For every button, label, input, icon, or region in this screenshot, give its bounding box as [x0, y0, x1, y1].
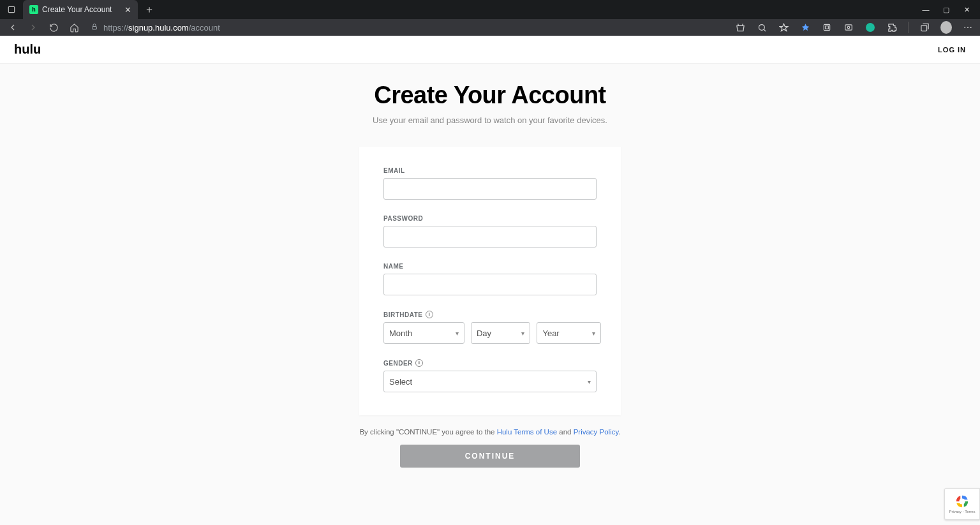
login-link[interactable]: LOG IN	[938, 46, 966, 54]
svg-rect-7	[921, 25, 926, 31]
site-header: hulu LOG IN	[0, 36, 980, 64]
page: hulu LOG IN Create Your Account Use your…	[0, 36, 980, 525]
legal-text: By clicking "CONTINUE" you agree to the …	[359, 428, 620, 436]
month-placeholder: Month	[389, 329, 412, 338]
tab-strip: h Create Your Account ✕ ＋ — ▢ ✕	[0, 0, 980, 19]
maximize-icon[interactable]: ▢	[942, 6, 951, 14]
close-window-icon[interactable]: ✕	[962, 6, 971, 14]
hulu-favicon: h	[29, 5, 38, 14]
chevron-down-icon: ▾	[588, 378, 591, 385]
svg-rect-4	[826, 26, 829, 29]
password-field-group: PASSWORD	[383, 215, 597, 248]
password-input[interactable]	[383, 226, 597, 248]
gender-select[interactable]: Select ▾	[383, 371, 597, 392]
year-select[interactable]: Year ▾	[537, 322, 600, 344]
svg-rect-5	[845, 25, 852, 30]
grammarly-icon[interactable]	[865, 22, 876, 33]
browser-chrome: h Create Your Account ✕ ＋ — ▢ ✕ ht	[0, 0, 980, 36]
minimize-icon[interactable]: —	[921, 6, 930, 13]
home-button[interactable]	[68, 21, 80, 34]
content: Create Your Account Use your email and p…	[0, 64, 980, 468]
browser-toolbar: https://signup.hulu.com/account ⋯	[0, 19, 980, 36]
year-placeholder: Year	[542, 329, 559, 338]
browser-tab[interactable]: h Create Your Account ✕	[23, 0, 138, 19]
back-button[interactable]	[6, 21, 19, 34]
continue-button[interactable]: CONTINUE	[400, 445, 580, 468]
chevron-down-icon: ▾	[592, 330, 595, 337]
close-icon[interactable]: ✕	[124, 5, 131, 15]
signup-card: EMAIL PASSWORD NAME BIRTHDATE i	[359, 147, 621, 415]
recaptcha-icon	[955, 494, 969, 508]
chevron-down-icon: ▾	[521, 330, 524, 337]
recaptcha-text: Privacy - Terms	[949, 510, 975, 514]
tab-title: Create Your Account	[42, 5, 112, 14]
collections-icon[interactable]	[919, 22, 930, 33]
email-input[interactable]	[383, 178, 597, 200]
info-icon[interactable]: i	[426, 311, 433, 318]
name-field-group: NAME	[383, 263, 597, 295]
forward-button[interactable]	[27, 21, 40, 34]
name-input[interactable]	[383, 274, 597, 295]
ext3-icon[interactable]	[843, 22, 854, 33]
chevron-down-icon: ▾	[456, 330, 459, 337]
info-icon[interactable]: i	[415, 359, 423, 367]
window-controls: — ▢ ✕	[921, 6, 980, 14]
svg-rect-0	[8, 6, 14, 12]
svg-rect-1	[93, 26, 97, 29]
ext1-icon[interactable]	[799, 22, 811, 33]
favorites-icon[interactable]	[778, 22, 789, 33]
shopping-icon[interactable]	[734, 22, 746, 33]
privacy-link[interactable]: Privacy Policy	[574, 428, 619, 436]
recaptcha-badge[interactable]: Privacy - Terms	[944, 488, 980, 520]
address-bar[interactable]: https://signup.hulu.com/account	[91, 23, 220, 33]
reload-button[interactable]	[47, 21, 60, 34]
password-label: PASSWORD	[383, 215, 423, 222]
day-placeholder: Day	[477, 329, 491, 338]
name-label: NAME	[383, 263, 403, 270]
page-title: Create Your Account	[374, 82, 606, 109]
lock-icon	[91, 23, 98, 33]
hulu-logo[interactable]: hulu	[14, 42, 41, 57]
svg-point-6	[847, 26, 850, 29]
day-select[interactable]: Day ▾	[471, 322, 531, 344]
url-text: https://signup.hulu.com/account	[103, 23, 220, 33]
gender-placeholder: Select	[389, 377, 412, 387]
ext2-icon[interactable]	[821, 22, 833, 33]
more-icon[interactable]: ⋯	[962, 22, 974, 33]
zoom-icon[interactable]	[756, 22, 768, 33]
extensions-icon[interactable]	[886, 22, 898, 33]
month-select[interactable]: Month ▾	[383, 322, 464, 344]
page-subtitle: Use your email and password to watch on …	[373, 115, 607, 125]
profile-avatar[interactable]	[940, 22, 952, 33]
email-label: EMAIL	[383, 167, 405, 174]
gender-label: GENDER	[383, 360, 413, 367]
birthdate-field-group: BIRTHDATE i Month ▾ Day ▾ Year ▾	[383, 311, 597, 344]
toolbar-icons: ⋯	[734, 22, 974, 33]
email-field-group: EMAIL	[383, 167, 597, 200]
svg-rect-3	[824, 24, 829, 30]
svg-point-2	[759, 24, 764, 30]
birthdate-label: BIRTHDATE	[383, 311, 423, 318]
tab-overview-icon[interactable]	[4, 2, 19, 17]
gender-field-group: GENDER i Select ▾	[383, 359, 597, 392]
new-tab-button[interactable]: ＋	[142, 2, 157, 17]
terms-link[interactable]: Hulu Terms of Use	[497, 428, 557, 436]
